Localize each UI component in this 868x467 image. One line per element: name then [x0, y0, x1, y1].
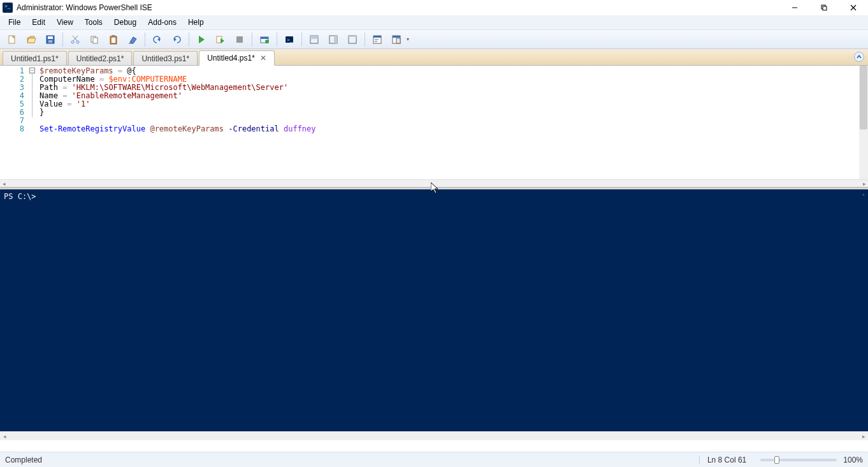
console-vertical-scrollbar[interactable]: ▴	[859, 189, 868, 431]
new-file-icon	[7, 34, 17, 45]
toolbar-separator	[62, 33, 63, 47]
stop-button[interactable]	[232, 32, 247, 47]
code-token: =	[62, 100, 76, 108]
code-token: Name	[40, 91, 58, 100]
remote-tab-icon	[259, 34, 270, 45]
script-editor[interactable]: 1 2 3 4 5 6 7 8 − $remoteKeyParams = @{ …	[0, 66, 868, 179]
run-selection-button[interactable]	[213, 32, 228, 47]
clipboard-icon	[108, 34, 119, 45]
code-token: '1'	[76, 100, 90, 108]
clear-button[interactable]	[125, 32, 140, 47]
show-command-addon-button[interactable]	[389, 32, 404, 47]
play-icon	[196, 34, 206, 45]
show-script-max-button[interactable]	[345, 32, 360, 47]
collapse-script-pane-button[interactable]	[854, 52, 864, 62]
menu-addons[interactable]: Add-ons	[142, 16, 182, 29]
line-gutter: 1 2 3 4 5 6 7 8 −	[0, 66, 28, 179]
scroll-right-icon[interactable]: ▸	[860, 180, 868, 188]
menu-help[interactable]: Help	[182, 16, 210, 29]
scroll-left-icon[interactable]: ◂	[0, 432, 9, 441]
code-token: Path	[40, 83, 58, 92]
cut-button[interactable]	[68, 32, 83, 47]
run-button[interactable]	[194, 32, 209, 47]
close-button[interactable]	[839, 0, 868, 15]
scrollbar-thumb[interactable]	[860, 66, 867, 130]
title-bar: Administrator: Windows PowerShell ISE	[0, 0, 868, 15]
svg-marker-22	[174, 38, 177, 41]
scroll-left-icon[interactable]: ◂	[0, 180, 8, 188]
code-token: 'HKLM:\SOFTWARE\Microsoft\WebManagement\…	[72, 83, 289, 92]
eraser-icon	[127, 34, 138, 45]
status-bar: Completed Ln 8 Col 61 100%	[0, 452, 868, 467]
menu-file[interactable]: File	[3, 16, 26, 29]
cursor-position: Ln 8 Col 61	[699, 456, 754, 464]
tab-close-icon[interactable]: ✕	[260, 55, 266, 61]
show-script-right-button[interactable]	[326, 32, 341, 47]
code-token: ComputerName	[40, 75, 95, 84]
code-token: 'EnableRemoteManagement'	[72, 91, 182, 100]
script-tabstrip: Untitled1.ps1* Untitled2.ps1* Untitled3.…	[0, 49, 868, 66]
svg-rect-33	[310, 36, 318, 39]
redo-icon	[171, 34, 182, 45]
maximize-button[interactable]	[809, 0, 839, 15]
console-horizontal-scrollbar[interactable]: ◂ ▸	[0, 431, 868, 440]
toolbar-separator	[252, 33, 252, 47]
menu-bar: File Edit View Tools Debug Add-ons Help	[0, 15, 868, 29]
redo-button[interactable]	[169, 32, 184, 47]
toolbar-overflow[interactable]: ▾	[405, 32, 411, 47]
svg-rect-35	[334, 36, 337, 43]
zoom-level: 100%	[843, 456, 863, 464]
toolbar-separator	[277, 33, 277, 47]
tab-untitled4[interactable]: Untitled4.ps1*✕	[199, 50, 275, 66]
layout-max-icon	[347, 34, 358, 45]
toolbar-separator	[145, 33, 145, 47]
fold-toggle-icon[interactable]: −	[29, 68, 35, 73]
new-remote-button[interactable]	[257, 32, 272, 47]
copy-button[interactable]	[87, 32, 102, 47]
tab-label: Untitled4.ps1*	[207, 54, 255, 63]
window-title: Administrator: Windows PowerShell ISE	[17, 3, 152, 12]
undo-button[interactable]	[150, 32, 165, 47]
minimize-button[interactable]	[780, 0, 809, 15]
fold-guide	[32, 73, 33, 117]
play-selection-icon	[215, 34, 226, 45]
zoom-slider[interactable]	[760, 459, 837, 461]
tab-untitled2[interactable]: Untitled2.ps1*	[68, 51, 133, 65]
svg-point-29	[265, 40, 269, 43]
code-content[interactable]: $remoteKeyParams = @{ ComputerName = $en…	[28, 66, 316, 179]
copy-icon	[89, 34, 99, 45]
menu-view[interactable]: View	[51, 16, 79, 29]
tab-untitled3[interactable]: Untitled3.ps1*	[133, 51, 198, 65]
scroll-right-icon[interactable]: ▸	[859, 432, 868, 441]
code-token: @remoteKeyParams	[150, 124, 224, 133]
menu-tools[interactable]: Tools	[79, 16, 108, 29]
show-command-button[interactable]	[370, 32, 385, 47]
console-pane[interactable]: PS C:\> ▴	[0, 189, 868, 431]
svg-rect-15	[93, 38, 98, 43]
code-token	[279, 124, 284, 133]
open-button[interactable]	[24, 32, 39, 47]
menu-edit[interactable]: Edit	[26, 16, 51, 29]
tab-untitled1[interactable]: Untitled1.ps1*	[3, 51, 67, 65]
show-script-top-button[interactable]	[307, 32, 322, 47]
save-icon	[45, 34, 55, 45]
scroll-up-icon[interactable]: ▴	[859, 189, 868, 198]
editor-horizontal-scrollbar[interactable]: ◂ ▸	[0, 179, 868, 187]
svg-rect-18	[112, 35, 115, 37]
menu-debug[interactable]: Debug	[108, 16, 142, 29]
slider-thumb[interactable]	[774, 456, 779, 464]
code-token: Value	[40, 100, 62, 108]
line-number: 8	[0, 125, 24, 133]
svg-rect-17	[112, 38, 115, 43]
save-button[interactable]	[43, 32, 58, 47]
status-text: Completed	[5, 456, 42, 464]
svg-rect-8	[48, 36, 53, 39]
svg-rect-37	[349, 36, 356, 37]
new-button[interactable]	[4, 32, 20, 47]
powershell-tab-button[interactable]: >_	[282, 32, 297, 47]
toolbar-separator	[189, 33, 189, 47]
svg-point-11	[76, 41, 79, 43]
scissors-icon	[70, 34, 80, 45]
paste-button[interactable]	[106, 32, 121, 47]
editor-vertical-scrollbar[interactable]	[859, 66, 868, 179]
